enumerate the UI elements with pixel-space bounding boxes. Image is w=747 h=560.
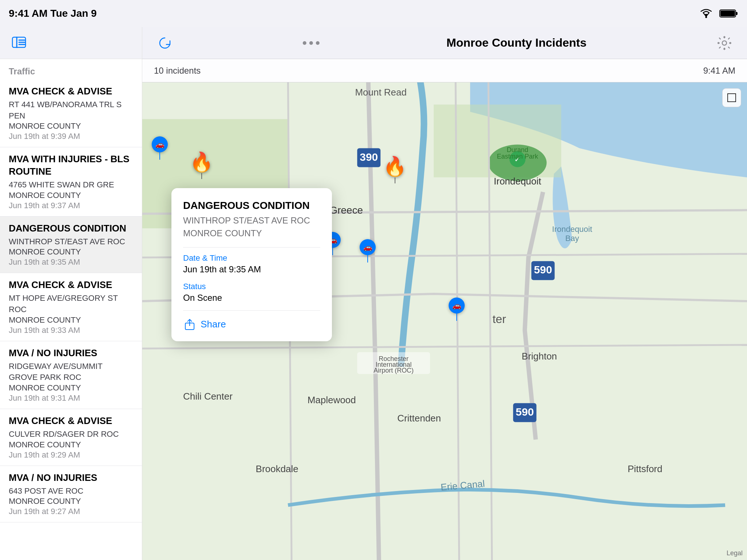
three-dots	[303, 41, 320, 45]
incidents-count: 10 incidents	[154, 66, 201, 76]
incident-county-4: MONROE COUNTY	[9, 383, 133, 393]
refresh-button[interactable]	[154, 32, 176, 54]
popup-share-label: Share	[201, 319, 226, 330]
popup-county: MONROE COUNTY	[183, 228, 320, 238]
popup-divider-1	[183, 247, 320, 248]
svg-point-0	[705, 16, 707, 18]
section-traffic: Traffic	[0, 59, 142, 79]
popup-title: DANGEROUS CONDITION	[183, 200, 320, 211]
sidebar-list: Traffic MVA CHECK & ADVISE RT 441 WB/PAN…	[0, 59, 142, 560]
incident-time-3: Jun 19th at 9:33 AM	[9, 326, 133, 335]
incident-county-3: MONROE COUNTY	[9, 315, 133, 325]
popup-datetime-label: Date & Time	[183, 253, 320, 263]
incident-county-1: MONROE COUNTY	[9, 191, 133, 200]
popup-status-label: Status	[183, 282, 320, 291]
svg-text:Eastman Park: Eastman Park	[497, 153, 538, 160]
incident-county-0: MONROE COUNTY	[9, 121, 133, 131]
map-expand-button[interactable]	[722, 88, 741, 107]
map-panel: Monroe County Incidents 10 incidents 9:4…	[142, 27, 747, 560]
incident-title-5: MVA CHECK & ADVISE	[9, 415, 133, 427]
incident-title-4: MVA / NO INJURIES	[9, 347, 133, 359]
svg-text:Brookdale: Brookdale	[256, 464, 298, 475]
svg-text:Pittsford: Pittsford	[628, 464, 662, 475]
incident-time-2: Jun 19th at 9:35 AM	[9, 257, 133, 267]
map-area[interactable]: Erie Canal Mount Read Greece Irondequoit…	[142, 82, 747, 560]
map-pin-car-3[interactable]: 🚗	[360, 239, 376, 262]
dot3	[316, 41, 320, 45]
incident-address-5: CULVER RD/SAGER DR ROC	[9, 429, 133, 440]
status-bar: 9:41 AM Tue Jan 9	[0, 0, 747, 27]
expand-icon	[727, 93, 737, 103]
svg-text:590: 590	[534, 264, 552, 276]
map-pin-car-1[interactable]: 🚗	[152, 136, 168, 160]
incident-item-3[interactable]: MVA CHECK & ADVISE MT HOPE AVE/GREGORY S…	[0, 273, 142, 341]
incident-popup: DANGEROUS CONDITION WINTHROP ST/EAST AVE…	[171, 188, 332, 341]
popup-share-button[interactable]: Share	[183, 316, 226, 332]
page-title: Monroe County Incidents	[446, 36, 587, 50]
svg-point-9	[722, 41, 727, 45]
popup-divider-2	[183, 310, 320, 311]
incident-item-6[interactable]: MVA / NO INJURIES 643 POST AVE ROC MONRO…	[0, 466, 142, 523]
svg-text:ter: ter	[492, 312, 506, 326]
incident-address-4: RIDGEWAY AVE/SUMMIT GROVE PARK ROC	[9, 361, 133, 384]
map-pin-car-4[interactable]: 🚗	[449, 298, 465, 321]
popup-datetime-value: Jun 19th at 9:35 AM	[183, 264, 320, 275]
main-content: Traffic MVA CHECK & ADVISE RT 441 WB/PAN…	[0, 27, 747, 560]
status-indicators	[699, 8, 738, 19]
svg-text:Airport (ROC): Airport (ROC)	[374, 367, 414, 374]
incident-address-1: 4765 WHITE SWAN DR GRE	[9, 179, 133, 191]
popup-status-value: On Scene	[183, 293, 320, 303]
svg-text:Irondequoit: Irondequoit	[552, 225, 592, 234]
map-legal: Legal	[727, 549, 743, 557]
svg-text:Greece: Greece	[329, 205, 363, 216]
wifi-icon	[699, 8, 713, 19]
svg-text:590: 590	[516, 406, 534, 418]
sidebar-header	[0, 27, 142, 59]
incident-address-2: WINTHROP ST/EAST AVE ROC	[9, 236, 133, 248]
map-navbar: Monroe County Incidents	[142, 27, 747, 59]
svg-text:Brighton: Brighton	[522, 351, 557, 362]
map-pin-fire-1[interactable]: 🔥	[190, 151, 213, 179]
incident-address-6: 643 POST AVE ROC	[9, 486, 133, 497]
incident-time-0: Jun 19th at 9:39 AM	[9, 132, 133, 141]
incident-time-6: Jun 19th at 9:27 AM	[9, 507, 133, 516]
incident-item-0[interactable]: MVA CHECK & ADVISE RT 441 WB/PANORAMA TR…	[0, 79, 142, 147]
dot1	[303, 41, 306, 45]
svg-rect-3	[720, 11, 735, 16]
map-pin-fire-2[interactable]: 🔥	[383, 155, 407, 183]
refresh-icon	[157, 35, 173, 51]
incident-title-1: MVA WITH INJURIES - BLS ROUTINE	[9, 153, 133, 178]
incident-county-6: MONROE COUNTY	[9, 497, 133, 506]
incident-county-2: MONROE COUNTY	[9, 247, 133, 257]
incident-time-5: Jun 19th at 9:29 AM	[9, 450, 133, 460]
dot2	[309, 41, 313, 45]
gear-icon	[716, 35, 732, 51]
svg-text:Mount Read: Mount Read	[355, 87, 407, 98]
sidebar: Traffic MVA CHECK & ADVISE RT 441 WB/PAN…	[0, 27, 142, 560]
incident-item-4[interactable]: MVA / NO INJURIES RIDGEWAY AVE/SUMMIT GR…	[0, 341, 142, 409]
svg-text:390: 390	[360, 151, 378, 163]
svg-text:Irondequoit: Irondequoit	[494, 176, 542, 187]
incident-title-2: DANGEROUS CONDITION	[9, 222, 133, 235]
svg-text:Maplewood: Maplewood	[307, 394, 356, 405]
incident-item-5[interactable]: MVA CHECK & ADVISE CULVER RD/SAGER DR RO…	[0, 409, 142, 466]
sidebar-toggle-button[interactable]	[9, 34, 29, 52]
svg-text:Crittenden: Crittenden	[397, 413, 441, 424]
status-time: 9:41 AM Tue Jan 9	[9, 8, 97, 19]
svg-text:Bay: Bay	[565, 234, 579, 243]
incident-time-1: Jun 19th at 9:37 AM	[9, 201, 133, 210]
incident-address-0: RT 441 WB/PANORAMA TRL S PEN	[9, 99, 133, 122]
incidents-bar: 10 incidents 9:41 AM	[142, 59, 747, 82]
incident-item-2[interactable]: DANGEROUS CONDITION WINTHROP ST/EAST AVE…	[0, 217, 142, 273]
svg-rect-2	[736, 12, 738, 15]
battery-icon	[719, 8, 738, 19]
share-icon	[183, 318, 196, 331]
incident-item-1[interactable]: MVA WITH INJURIES - BLS ROUTINE 4765 WHI…	[0, 147, 142, 216]
svg-rect-41	[728, 94, 736, 102]
settings-button[interactable]	[713, 32, 735, 54]
incident-address-3: MT HOPE AVE/GREGORY ST ROC	[9, 293, 133, 315]
incident-title-6: MVA / NO INJURIES	[9, 472, 133, 484]
svg-text:Chili Center: Chili Center	[183, 391, 233, 402]
incident-title-0: MVA CHECK & ADVISE	[9, 85, 133, 98]
incidents-bar-time: 9:41 AM	[703, 66, 735, 76]
